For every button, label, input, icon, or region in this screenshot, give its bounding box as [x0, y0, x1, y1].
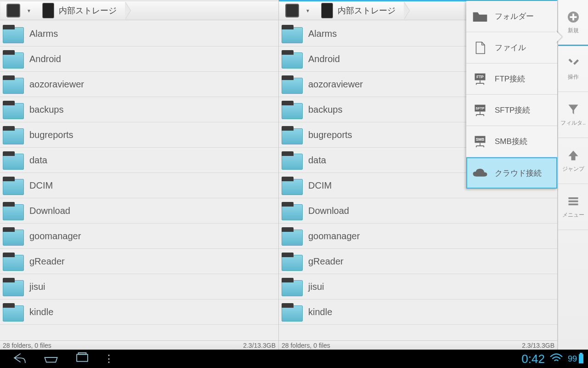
folder-name: Download: [29, 206, 70, 216]
device-icon: [6, 4, 20, 17]
folder-icon: [282, 75, 302, 93]
svg-text:FTP: FTP: [476, 75, 484, 79]
svg-rect-10: [77, 354, 88, 361]
list-item[interactable]: gReader: [0, 249, 278, 274]
nav-home-button[interactable]: [43, 352, 59, 366]
list-item[interactable]: goomanager: [0, 224, 278, 249]
list-item[interactable]: jisui: [279, 274, 557, 299]
sidebar-menu[interactable]: メニュー: [558, 184, 588, 230]
status-left: 28 folders, 0 files: [282, 342, 330, 349]
sidebar-label: メニュー: [562, 211, 584, 219]
folder-icon: [3, 75, 23, 93]
folder-icon: [3, 303, 23, 321]
folder-name: Download: [308, 206, 349, 216]
sidebar-filter[interactable]: フィルタ..: [558, 92, 588, 138]
list-item[interactable]: Alarms: [0, 21, 278, 46]
menu-item-file[interactable]: ファイル: [466, 32, 557, 63]
nav-back-button[interactable]: [12, 352, 28, 366]
folder-icon: [3, 126, 23, 144]
breadcrumb-root[interactable]: ▼: [1, 2, 40, 19]
sidebar-label: フィルタ..: [560, 119, 586, 127]
status-right: 2.3/13.3GB: [522, 342, 554, 349]
breadcrumb-storage[interactable]: 内部ストレージ: [37, 2, 125, 19]
list-item[interactable]: kindle: [279, 299, 557, 325]
sidebar-label: 新規: [568, 27, 579, 34]
list-item[interactable]: gReader: [279, 249, 557, 274]
folder-name: Alarms: [29, 29, 58, 39]
list-item[interactable]: aozoraviewer: [0, 72, 278, 97]
battery-indicator: 99: [568, 354, 583, 364]
dropdown-pointer: [555, 30, 562, 43]
folder-name: Alarms: [308, 29, 337, 39]
storage-icon: [42, 3, 54, 18]
list-item[interactable]: data: [0, 148, 278, 173]
list-item[interactable]: Download: [279, 198, 557, 224]
svg-rect-8: [568, 201, 578, 202]
folder-name: bugreports: [308, 130, 352, 140]
folder-icon: [282, 227, 302, 245]
cloud-icon: [472, 166, 488, 180]
sidebar-plus[interactable]: 新規: [558, 0, 588, 46]
folder-name: jisui: [29, 282, 45, 292]
chevron-down-icon: ▼: [305, 8, 310, 13]
menu-item-cloud[interactable]: クラウド接続: [466, 157, 557, 189]
list-item[interactable]: jisui: [0, 274, 278, 299]
nav-recent-button[interactable]: [74, 352, 90, 366]
folder-icon: [282, 151, 302, 169]
folder-name: goomanager: [308, 231, 360, 242]
folder-icon: [3, 151, 23, 169]
status-bar-right: 28 folders, 0 files 2.3/13.3GB: [279, 340, 557, 350]
folder-icon: [282, 126, 302, 144]
folder-icon: [3, 25, 23, 42]
folder-name: aozoraviewer: [29, 79, 84, 90]
menu-item-smb[interactable]: SMBSMB接続: [466, 126, 557, 157]
list-item[interactable]: bugreports: [0, 122, 278, 148]
status-bar-left: 28 folders, 0 files 2.3/13.3GB: [0, 340, 278, 350]
wifi-icon: [548, 352, 564, 366]
sidebar-tools[interactable]: 操作: [558, 46, 588, 92]
status-left: 28 folders, 0 files: [3, 342, 51, 349]
folder-icon: [282, 253, 302, 270]
folder-icon: [282, 278, 302, 295]
device-icon: [285, 4, 299, 17]
menu-item-ftp[interactable]: FTPFTP接続: [466, 63, 557, 95]
list-item[interactable]: Download: [0, 198, 278, 224]
ftp-icon: FTP: [472, 72, 488, 86]
menu-item-folder[interactable]: フォルダー: [466, 1, 557, 32]
folder-name: kindle: [308, 307, 332, 317]
folder-icon: [282, 202, 302, 219]
folder-name: backups: [308, 104, 343, 115]
list-item[interactable]: backups: [0, 97, 278, 122]
svg-rect-11: [79, 353, 86, 354]
folder-name: DCIM: [308, 180, 332, 191]
menu-item-sftp[interactable]: SFTPSFTP接続: [466, 95, 557, 126]
svg-text:SMB: SMB: [476, 138, 484, 142]
sidebar-up[interactable]: ジャンプ: [558, 138, 588, 184]
list-item[interactable]: kindle: [0, 299, 278, 325]
new-menu-dropdown: フォルダーファイルFTPFTP接続SFTPSFTP接続SMBSMB接続クラウド接…: [466, 1, 557, 189]
folder-name: gReader: [308, 256, 344, 267]
nav-overflow-icon[interactable]: ⋮: [104, 353, 115, 365]
list-item[interactable]: goomanager: [279, 224, 557, 249]
file-list-left[interactable]: AlarmsAndroidaozoraviewerbackupsbugrepor…: [0, 20, 278, 340]
smb-icon: SMB: [472, 135, 488, 149]
pane-right: ▼ 内部ストレージ AlarmsAndroidaozoraviewerbacku…: [279, 0, 558, 350]
action-sidebar: 新規操作フィルタ..ジャンプメニュー: [558, 0, 588, 350]
folder-icon: [3, 227, 23, 245]
chevron-down-icon: ▼: [27, 8, 31, 13]
file-icon: [472, 41, 488, 55]
folder-icon: [3, 50, 23, 68]
pane-left: ▼ 内部ストレージ AlarmsAndroidaozoraviewerbacku…: [0, 0, 279, 350]
list-item[interactable]: DCIM: [0, 173, 278, 198]
menu-label: フォルダー: [495, 11, 534, 22]
breadcrumb-root[interactable]: ▼: [280, 2, 318, 19]
list-item[interactable]: Android: [0, 46, 278, 72]
folder-icon: [3, 177, 23, 194]
menu-label: ファイル: [495, 42, 526, 53]
breadcrumb-storage[interactable]: 内部ストレージ: [316, 2, 404, 19]
app-root: ▼ 内部ストレージ AlarmsAndroidaozoraviewerbacku…: [0, 0, 588, 350]
status-right: 2.3/13.3GB: [243, 342, 276, 349]
folder-name: data: [308, 155, 326, 166]
breadcrumb-label: 内部ストレージ: [59, 5, 117, 16]
folder-icon: [282, 50, 302, 68]
